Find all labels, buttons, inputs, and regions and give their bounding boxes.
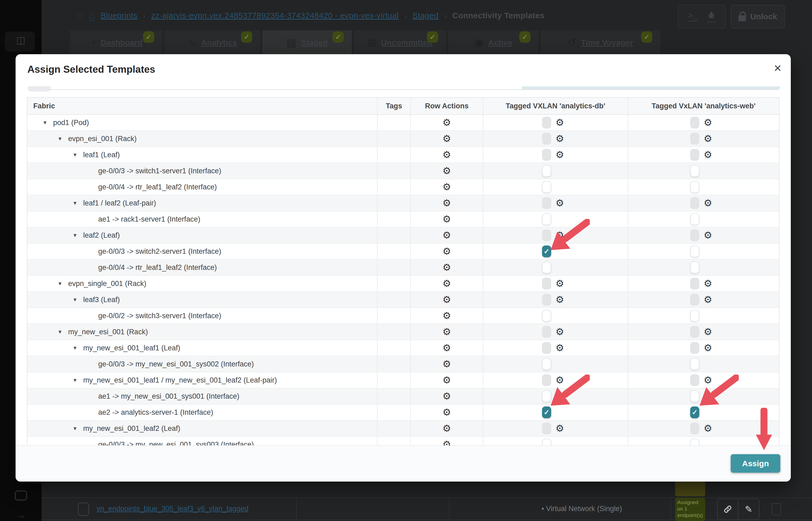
vxlan-db-checkbox[interactable] <box>542 149 551 161</box>
gear-icon[interactable]: ⚙ <box>443 150 451 160</box>
row-expander-caret[interactable]: ▾ <box>73 151 83 158</box>
vxlan-db-checkbox[interactable] <box>542 133 551 144</box>
row-checkbox[interactable] <box>78 502 89 516</box>
gear-icon[interactable]: ⚙ <box>443 166 451 176</box>
vxlan-db-checkbox[interactable] <box>542 181 551 193</box>
vxlan-web-checkbox[interactable] <box>690 213 699 225</box>
row-expander-caret[interactable]: ▾ <box>59 135 68 142</box>
gear-icon[interactable]: ⚙ <box>443 198 451 208</box>
gear-icon[interactable]: ⚙ <box>443 391 451 401</box>
row-expander-caret[interactable]: ▾ <box>73 425 83 432</box>
vxlan-db-checkbox[interactable] <box>542 213 551 225</box>
vxlan-db-checkbox[interactable]: ✓ <box>542 406 551 418</box>
vxlan-web-checkbox[interactable] <box>690 358 699 370</box>
vxlan-web-checkbox[interactable] <box>690 294 699 305</box>
vxlan-db-checkbox[interactable] <box>542 358 551 370</box>
gear-icon[interactable]: ⚙ <box>704 198 712 208</box>
vxlan-db-checkbox[interactable]: ✓ <box>542 246 551 257</box>
gear-icon[interactable]: ⚙ <box>443 214 451 224</box>
tab-staged[interactable]: ▤Staged✓ <box>262 30 352 55</box>
gear-icon[interactable]: ⚙ <box>556 279 564 288</box>
breadcrumb-item[interactable]: zz-ajarvis-evpn.vex.2485377892354-374324… <box>151 11 399 20</box>
vxlan-db-checkbox[interactable] <box>542 326 551 338</box>
vxlan-web-checkbox[interactable]: ✓ <box>690 406 699 418</box>
close-icon[interactable]: × <box>774 62 782 74</box>
gear-icon[interactable]: ⚙ <box>704 118 712 128</box>
vn-endpoint-link[interactable]: vn_endpoints_blue_305_leaf3_v6_vlan_tagg… <box>97 505 248 513</box>
gear-icon[interactable]: ⚙ <box>443 424 451 433</box>
gear-icon[interactable]: ⚙ <box>443 279 451 288</box>
home-icon[interactable]: ⌂ <box>89 10 95 21</box>
edit-button[interactable]: ✎ <box>739 498 760 520</box>
vxlan-db-checkbox[interactable] <box>542 165 551 177</box>
favorite-star-icon[interactable]: ☆ <box>76 10 84 21</box>
gear-icon[interactable]: ⚙ <box>443 327 451 337</box>
vxlan-db-checkbox[interactable] <box>542 374 551 386</box>
vxlan-db-checkbox[interactable] <box>542 294 551 305</box>
vxlan-db-checkbox[interactable] <box>542 262 551 273</box>
row-expander-caret[interactable]: ▾ <box>73 377 83 384</box>
gear-icon[interactable]: ⚙ <box>443 230 451 240</box>
vxlan-db-checkbox[interactable] <box>542 310 551 322</box>
gear-icon[interactable]: ⚙ <box>443 118 451 128</box>
vxlan-db-checkbox[interactable] <box>542 390 551 402</box>
row-expander-caret[interactable]: ▾ <box>59 329 68 335</box>
search-input-partial[interactable] <box>43 86 780 90</box>
gear-icon[interactable]: ⚙ <box>704 134 712 143</box>
gear-icon[interactable]: ⚙ <box>556 230 564 240</box>
vxlan-db-checkbox[interactable] <box>542 423 551 434</box>
copy-link-button[interactable] <box>717 498 739 520</box>
gear-icon[interactable]: ⚙ <box>704 424 712 433</box>
gear-icon[interactable]: ⚙ <box>556 118 564 128</box>
row-expander-caret[interactable]: ▾ <box>59 280 68 287</box>
vxlan-db-checkbox[interactable] <box>542 278 551 290</box>
gear-icon[interactable]: ⚙ <box>556 150 564 160</box>
vxlan-web-checkbox[interactable] <box>690 326 699 338</box>
gear-icon[interactable]: ⚙ <box>556 424 564 433</box>
gear-icon[interactable]: ⚙ <box>443 375 451 385</box>
vxlan-db-checkbox[interactable] <box>542 197 551 209</box>
gear-icon[interactable]: ⚙ <box>443 408 451 417</box>
breadcrumb-item[interactable]: Staged <box>412 11 438 20</box>
vxlan-web-checkbox[interactable] <box>690 342 699 354</box>
vxlan-web-checkbox[interactable] <box>690 117 699 129</box>
assign-button[interactable]: Assign <box>731 454 780 473</box>
logout-icon[interactable]: → <box>0 510 42 520</box>
vxlan-web-checkbox[interactable] <box>690 229 699 241</box>
vxlan-web-checkbox[interactable] <box>690 197 699 209</box>
vxlan-db-checkbox[interactable] <box>542 342 551 354</box>
row-expander-caret[interactable]: ▾ <box>73 296 83 303</box>
unlock-button[interactable]: Unlock <box>731 5 785 28</box>
gear-icon[interactable]: ⚙ <box>443 182 451 192</box>
vxlan-web-checkbox[interactable] <box>690 423 699 434</box>
breadcrumb-item[interactable]: Blueprints <box>100 11 137 20</box>
row-expander-caret[interactable]: ▾ <box>73 344 83 352</box>
vxlan-db-checkbox[interactable] <box>542 117 551 129</box>
gear-icon[interactable]: ⚙ <box>556 295 564 304</box>
gear-icon[interactable]: ⚙ <box>443 311 451 321</box>
vxlan-web-checkbox[interactable] <box>690 390 699 402</box>
vxlan-web-checkbox[interactable] <box>690 374 699 386</box>
gear-icon[interactable]: ⚙ <box>556 327 564 337</box>
gear-icon[interactable]: ⚙ <box>556 198 564 208</box>
tab-analytics[interactable]: ∿Analytics✓ <box>164 30 260 55</box>
gear-icon[interactable]: ⚙ <box>443 134 451 143</box>
gear-icon[interactable]: ⚙ <box>443 247 451 256</box>
gear-icon[interactable]: ⚙ <box>556 134 564 143</box>
vxlan-web-checkbox[interactable] <box>690 181 699 193</box>
gear-icon[interactable]: ⚙ <box>704 343 712 353</box>
gear-icon[interactable]: ⚙ <box>704 279 712 288</box>
gear-icon[interactable]: ⚙ <box>704 230 712 240</box>
gear-icon[interactable]: ⚙ <box>556 375 564 385</box>
terminal-icon[interactable]: >_ <box>688 12 698 21</box>
gear-icon[interactable]: ⚙ <box>704 150 712 160</box>
chat-icon[interactable] <box>0 491 42 503</box>
vxlan-db-checkbox[interactable] <box>542 229 551 241</box>
gear-icon[interactable]: ⚙ <box>443 359 451 369</box>
tab-active[interactable]: ◉Active✓ <box>448 30 539 55</box>
row-expander-caret[interactable]: ▾ <box>73 232 83 239</box>
row-expander-caret[interactable]: ▾ <box>43 119 53 126</box>
gear-icon[interactable]: ⚙ <box>443 343 451 353</box>
vxlan-web-checkbox[interactable] <box>690 149 699 161</box>
tab-dashboard[interactable]: ◔Dashboard✓ <box>70 30 162 55</box>
